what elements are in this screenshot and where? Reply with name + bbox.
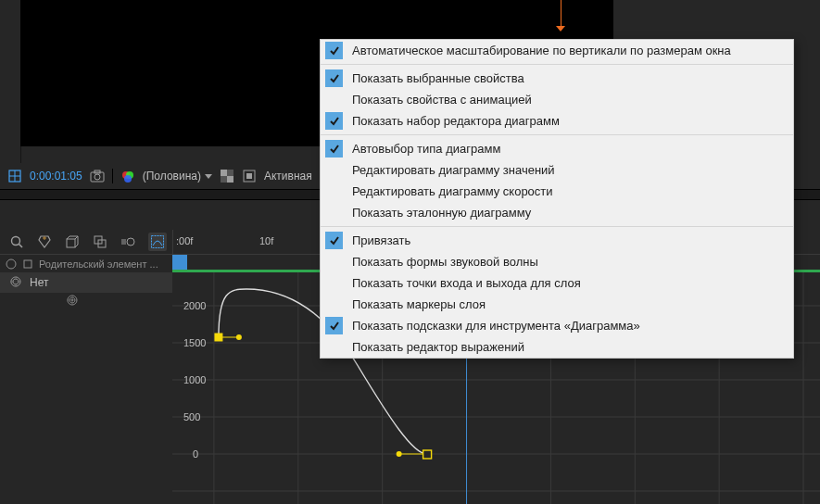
grid-toggle-icon[interactable] xyxy=(7,169,22,183)
chevron-down-icon xyxy=(205,174,212,179)
menu-item[interactable]: Показать точки входа и выхода для слоя xyxy=(321,272,793,294)
svg-line-16 xyxy=(19,245,23,248)
menu-item-label: Показать формы звуковой волны xyxy=(352,255,538,269)
draft-3d-icon[interactable] xyxy=(65,234,80,249)
menu-separator xyxy=(321,226,793,227)
pickwhip-icon[interactable] xyxy=(9,275,22,291)
menu-item[interactable]: Показать набор редактора диаграмм xyxy=(321,110,793,132)
cache-indicator-line xyxy=(561,0,561,28)
keyframe-handle-point[interactable] xyxy=(397,451,402,457)
svg-point-29 xyxy=(6,259,16,269)
svg-point-15 xyxy=(12,237,20,246)
layer-parent-row[interactable]: Нет xyxy=(0,272,191,293)
y-axis-label: 2000 xyxy=(183,300,206,311)
channel-icon[interactable] xyxy=(120,169,135,183)
menu-item-label: Показать точки входа и выхода для слоя xyxy=(352,276,581,290)
menu-separator xyxy=(321,64,793,65)
check-icon xyxy=(325,69,343,87)
frame-blend-icon[interactable] xyxy=(93,234,107,249)
keyframe-handle-point[interactable] xyxy=(236,334,242,340)
y-axis-label: 0 xyxy=(193,448,198,460)
menu-item-label: Автоматическое масштабирование по вертик… xyxy=(352,44,731,57)
menu-item-label: Автовыбор типа диаграмм xyxy=(352,142,500,156)
parent-value[interactable]: Нет xyxy=(30,276,48,289)
menu-item-label: Показать выбранные свойства xyxy=(352,71,524,85)
menu-item-label: Показать набор редактора диаграмм xyxy=(352,114,560,128)
menu-item-label: Редактировать диаграмму значений xyxy=(352,163,555,177)
parent-column-header: Родительский элемент ... xyxy=(39,258,178,270)
y-axis-label: 1000 xyxy=(183,374,206,385)
transparency-grid-icon[interactable] xyxy=(220,169,234,183)
menu-item-label: Показать эталонную диаграмму xyxy=(352,206,531,220)
svg-rect-30 xyxy=(24,260,32,268)
resolution-dropdown[interactable]: (Половина) xyxy=(143,170,212,183)
menu-item[interactable]: Редактировать диаграмму скорости xyxy=(321,181,793,202)
menu-item-label: Редактировать диаграмму скорости xyxy=(352,184,553,198)
menu-item-label: Показать подсказки для инструмента «Диаг… xyxy=(352,319,640,333)
svg-point-8 xyxy=(124,175,132,183)
timeline-search-icon[interactable] xyxy=(9,234,24,249)
svg-rect-11 xyxy=(227,170,233,176)
check-icon xyxy=(325,140,343,158)
menu-item[interactable]: Автовыбор типа диаграмм xyxy=(321,138,793,159)
menu-item[interactable]: Показать выбранные свойства xyxy=(321,68,793,89)
menu-item[interactable]: Автоматическое масштабирование по вертик… xyxy=(321,40,793,61)
lock-column-icon[interactable] xyxy=(22,258,33,270)
svg-rect-28 xyxy=(152,236,164,248)
menu-separator xyxy=(321,134,793,135)
check-icon xyxy=(325,112,343,130)
svg-point-5 xyxy=(95,174,100,180)
menu-item-label: Привязать xyxy=(352,233,410,247)
keyframe-end[interactable] xyxy=(423,450,432,459)
svg-rect-10 xyxy=(227,176,233,183)
menu-item[interactable]: Показать редактор выражений xyxy=(321,336,793,358)
menu-item[interactable]: Показать маркеры слоя xyxy=(321,294,793,315)
ruler-tick-label: 10f xyxy=(259,235,273,246)
menu-item[interactable]: Показать свойства с анимацией xyxy=(321,89,793,110)
mask-visibility-icon[interactable] xyxy=(242,169,257,183)
motion-blur-icon[interactable] xyxy=(120,234,135,249)
composition-mini-flowchart-icon[interactable] xyxy=(37,234,52,249)
menu-item[interactable]: Показать эталонную диаграмму xyxy=(321,202,793,223)
timecode[interactable]: 0:00:01:05 xyxy=(30,170,82,183)
y-axis-label: 500 xyxy=(183,411,200,422)
shy-icon[interactable] xyxy=(6,258,17,270)
check-icon xyxy=(325,232,343,249)
svg-rect-12 xyxy=(221,176,227,183)
menu-item-label: Показать свойства с анимацией xyxy=(352,93,532,107)
y-axis-label: 1500 xyxy=(183,337,206,348)
expression-pickwhip-icon[interactable] xyxy=(65,293,80,310)
layers-column-header: Родительский элемент ... xyxy=(0,254,183,273)
menu-item[interactable]: Показать формы звуковой волны xyxy=(321,251,793,272)
camera-dropdown[interactable]: Активная xyxy=(264,170,312,183)
graph-editor-options-menu: Автоматическое масштабирование по вертик… xyxy=(320,39,794,359)
preview-left-gutter xyxy=(0,0,21,163)
resolution-label: (Половина) xyxy=(143,170,201,183)
cache-indicator-arrow xyxy=(556,26,565,32)
check-icon xyxy=(325,42,343,59)
svg-rect-20 xyxy=(67,239,75,247)
svg-point-24 xyxy=(127,238,134,246)
svg-rect-14 xyxy=(246,173,252,179)
snapshot-icon[interactable] xyxy=(90,169,105,183)
menu-item[interactable]: Показать подсказки для инструмента «Диаг… xyxy=(321,315,793,336)
check-icon xyxy=(325,317,343,334)
ruler-tick-label: :00f xyxy=(176,235,193,246)
menu-item-label: Показать редактор выражений xyxy=(352,340,524,354)
menu-item[interactable]: Привязать xyxy=(321,230,793,251)
graph-editor-icon[interactable] xyxy=(148,233,167,251)
menu-item-label: Показать маркеры слоя xyxy=(352,297,486,311)
keyframe-start[interactable] xyxy=(215,334,222,341)
camera-label: Активная xyxy=(264,170,312,183)
svg-rect-9 xyxy=(221,170,227,176)
menu-item[interactable]: Редактировать диаграмму значений xyxy=(321,159,793,181)
